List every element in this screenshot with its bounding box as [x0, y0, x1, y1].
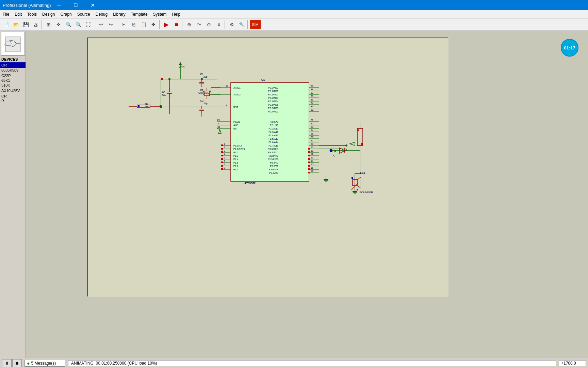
- print-button[interactable]: 🖨: [31, 20, 40, 29]
- svg-text:2: 2: [224, 146, 225, 149]
- device-item[interactable]: AX10U25V: [0, 88, 26, 93]
- svg-text:AT89S52: AT89S52: [244, 182, 256, 185]
- run-button[interactable]: ▶: [162, 20, 171, 29]
- canvas-area[interactable]: VCC C1 22p C4 10u: [26, 31, 588, 358]
- zoom-in-button[interactable]: 🔍: [64, 20, 73, 29]
- device-item[interactable]: 510K: [0, 83, 26, 88]
- tool2-button[interactable]: 🔧: [237, 20, 246, 29]
- titlebar: Professional (Animating) ─ □ ✕: [0, 0, 588, 10]
- svg-rect-182: [308, 168, 310, 170]
- origin-button[interactable]: ✛: [54, 20, 63, 29]
- svg-rect-1: [5, 37, 20, 52]
- zoom-fit-button[interactable]: ⛶: [83, 20, 93, 29]
- svg-rect-94: [221, 168, 223, 170]
- menu-template[interactable]: Template: [128, 10, 150, 18]
- svg-rect-91: [221, 158, 223, 160]
- svg-text:P2.7/A15: P2.7/A15: [268, 144, 278, 147]
- svg-text:↖: ↖: [333, 154, 336, 157]
- device-item[interactable]: R: [0, 98, 26, 103]
- device-item[interactable]: C22P: [0, 73, 26, 78]
- svg-text:10: 10: [311, 146, 313, 149]
- copy-button[interactable]: ⎘: [129, 20, 138, 29]
- pause-button[interactable]: ⏸: [2, 359, 12, 367]
- probe-button[interactable]: ⊙: [204, 20, 214, 29]
- svg-text:P2.0/A8: P2.0/A8: [270, 121, 278, 123]
- svg-text:P2.1/A9: P2.1/A9: [270, 124, 278, 126]
- menu-source[interactable]: Source: [75, 10, 93, 18]
- svg-text:25: 25: [311, 133, 313, 135]
- menu-debug[interactable]: Debug: [93, 10, 110, 18]
- close-button[interactable]: ✕: [85, 0, 101, 10]
- menu-graph[interactable]: Graph: [58, 10, 74, 18]
- schematic[interactable]: VCC C1 22p C4 10u: [87, 37, 448, 296]
- device-item[interactable]: 65K1: [0, 78, 26, 83]
- svg-text:P3.1/TXD: P3.1/TXD: [268, 151, 278, 154]
- grid-button[interactable]: ⊞: [44, 20, 53, 29]
- menu-file[interactable]: File: [0, 10, 12, 18]
- svg-text:XTAL2: XTAL2: [233, 93, 241, 96]
- svg-text:22: 22: [311, 122, 313, 125]
- svg-text:ALE: ALE: [233, 124, 238, 126]
- cut-button[interactable]: ✂: [119, 20, 129, 29]
- svg-text:9: 9: [226, 104, 227, 107]
- status-text: ANIMATING: 00:01:00.250000 (CPU load 10%…: [68, 360, 556, 366]
- sidebar: OR DEVICES OR 6685K509 C22P 65K1 510K AX…: [0, 31, 26, 358]
- paste-button[interactable]: 📋: [139, 20, 148, 29]
- wire-button[interactable]: 〜: [194, 20, 204, 29]
- svg-rect-87: [221, 144, 223, 146]
- svg-text:P1.0/T2: P1.0/T2: [233, 144, 242, 147]
- svg-text:39: 39: [311, 85, 313, 87]
- svg-text:EA: EA: [233, 127, 237, 130]
- component-button[interactable]: ⊕: [184, 20, 194, 29]
- svg-rect-89: [221, 151, 223, 153]
- sim-button[interactable]: SIM: [250, 20, 261, 29]
- open-button[interactable]: 📂: [11, 20, 21, 29]
- bus-button[interactable]: ≡: [214, 20, 224, 29]
- device-item[interactable]: CR: [0, 94, 26, 98]
- svg-text:10k: 10k: [145, 105, 149, 108]
- svg-text:15: 15: [311, 163, 313, 166]
- message-count[interactable]: 5 Message(s): [31, 361, 56, 366]
- svg-text:12: 12: [311, 153, 313, 155]
- device-selected-item[interactable]: OR: [0, 62, 26, 68]
- stop-button[interactable]: ⏹: [12, 359, 22, 367]
- svg-rect-217: [357, 189, 358, 190]
- svg-rect-183: [308, 172, 310, 173]
- menu-help[interactable]: Help: [169, 10, 183, 18]
- move-button[interactable]: ✥: [149, 20, 158, 29]
- svg-text:30: 30: [217, 122, 220, 125]
- menu-edit[interactable]: Edit: [12, 10, 24, 18]
- svg-text:P1.1/T2EX: P1.1/T2EX: [233, 148, 245, 150]
- timer-badge: 01:17: [561, 39, 578, 57]
- menu-library[interactable]: Library: [110, 10, 128, 18]
- svg-marker-193: [350, 142, 355, 145]
- svg-text:32: 32: [311, 109, 313, 111]
- menu-system[interactable]: System: [150, 10, 169, 18]
- svg-text:P0.0/AD0: P0.0/AD0: [268, 87, 278, 89]
- redo-button[interactable]: ↪: [106, 20, 116, 29]
- svg-text:P0.4/AD4: P0.4/AD4: [268, 100, 278, 103]
- minimize-button[interactable]: ─: [51, 0, 67, 10]
- sep3: [117, 20, 118, 29]
- sep4: [159, 20, 161, 29]
- svg-marker-69: [218, 129, 221, 134]
- play-controls: ⏸ ⏹: [2, 359, 22, 367]
- svg-rect-88: [221, 148, 223, 150]
- svg-rect-180: [308, 162, 310, 163]
- tool1-button[interactable]: ⚙: [227, 20, 236, 29]
- svg-text:8: 8: [224, 167, 225, 169]
- stop-button[interactable]: ⏹: [172, 20, 181, 29]
- zoom-out-button[interactable]: 🔍: [74, 20, 83, 29]
- new-button[interactable]: 📄: [1, 20, 11, 29]
- menu-tools[interactable]: Tools: [24, 10, 39, 18]
- svg-text:P1.7: P1.7: [233, 168, 239, 171]
- maximize-button[interactable]: □: [68, 0, 84, 10]
- coordinate-display: +1700.0: [559, 360, 586, 366]
- device-item[interactable]: 6685K509: [0, 68, 26, 73]
- undo-button[interactable]: ↩: [96, 20, 106, 29]
- devices-title: DEVICES: [0, 57, 26, 62]
- svg-text:22p: 22p: [203, 76, 208, 78]
- svg-text:P2.4/A12: P2.4/A12: [268, 134, 278, 137]
- save-button[interactable]: 💾: [21, 20, 31, 29]
- menu-design[interactable]: Design: [39, 10, 58, 18]
